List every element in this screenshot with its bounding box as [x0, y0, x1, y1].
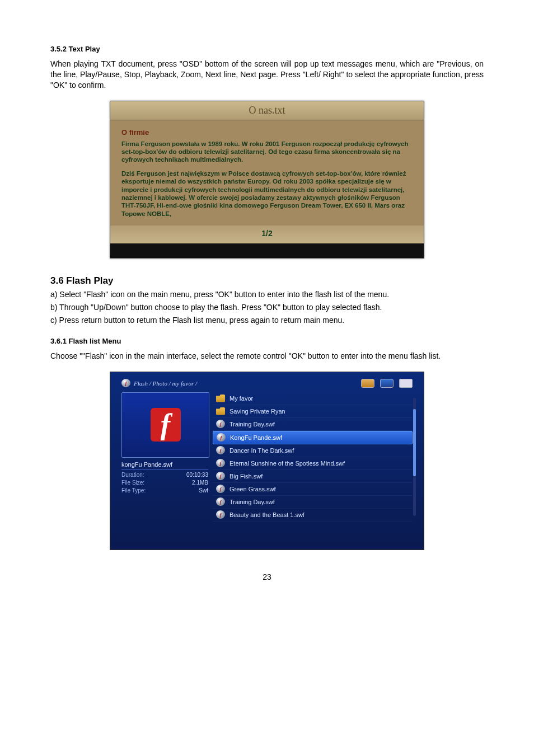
heading-361: 3.6.1 Flash list Menu	[50, 337, 484, 345]
battery-icon	[399, 379, 413, 388]
flash-file-icon: f	[216, 485, 225, 493]
scrollbar[interactable]	[413, 398, 416, 516]
list-item[interactable]: My favor	[213, 392, 413, 405]
para-36a: a) Select "Flash" icon on the main menu,…	[50, 289, 484, 300]
figure-text-viewer: O nas.txt O firmie Firma Ferguson powsta…	[50, 101, 484, 259]
figure-flash-list: f Flash / Photo / my favor / f kongFu Pa…	[50, 372, 484, 550]
txt-title: O nas.txt	[110, 101, 424, 120]
list-item-label: Big Fish.swf	[229, 473, 263, 480]
list-item-label: Eternal Sunshine of the Spotless Mind.sw…	[229, 460, 345, 467]
flash-file-icon: f	[216, 510, 225, 519]
filetype-label: File Type:	[121, 487, 146, 494]
flash-header: f Flash / Photo / my favor /	[110, 372, 424, 392]
filesize-label: File Size:	[121, 480, 144, 486]
list-item-label: Green Grass.swf	[229, 486, 276, 492]
list-item-label: Beauty and the Beast 1.swf	[229, 511, 305, 518]
txt-para2: Dziś Ferguson jest największym w Polsce …	[121, 170, 413, 218]
filetype-value: Swf	[199, 487, 208, 494]
para-361: Choose ""Flash" icon in the main interfa…	[50, 351, 484, 361]
txt-para1: Firma Ferguson powstała w 1989 roku. W r…	[121, 140, 413, 164]
para-352: When playing TXT document, press "OSD" b…	[50, 59, 484, 91]
usb-icon	[380, 379, 394, 388]
list-item-label: KongFu Pande.swf	[230, 434, 282, 441]
flash-file-icon: f	[216, 497, 225, 506]
list-item[interactable]: fKongFu Pande.swf	[213, 431, 413, 444]
list-item[interactable]: fDancer In The Dark.swf	[213, 444, 413, 457]
heading-36: 3.6 Flash Play	[50, 275, 484, 287]
list-item-label: Training Day.swf	[229, 499, 275, 505]
list-item[interactable]: Saving Private Ryan	[213, 405, 413, 418]
header-icons	[361, 379, 413, 388]
flash-breadcrumb[interactable]: f Flash / Photo / my favor /	[121, 379, 197, 387]
folder-icon	[216, 407, 225, 415]
duration-value: 00:10:33	[186, 472, 208, 478]
folder-icon	[216, 395, 225, 402]
page-number: 23	[50, 572, 484, 581]
list-item-label: Saving Private Ryan	[229, 408, 285, 415]
filesize-value: 2.1MB	[192, 480, 208, 486]
thumb-title: kongFu Pande.swf	[121, 461, 208, 470]
list-item-label: Training Day.swf	[229, 421, 275, 428]
meta-duration: Duration: 00:10:33	[121, 472, 208, 478]
flash-file-icon: f	[216, 446, 225, 454]
list-item[interactable]: fBig Fish.swf	[213, 470, 413, 483]
sd-card-icon	[361, 379, 374, 388]
flash-file-icon: f	[216, 472, 225, 480]
txt-heading: O firmie	[121, 128, 413, 137]
flash-file-list[interactable]: My favorSaving Private RyanfTraining Day…	[213, 392, 413, 522]
txt-footer-bar	[110, 243, 424, 258]
txt-viewer: O nas.txt O firmie Firma Ferguson powsta…	[110, 101, 424, 259]
flash-viewer: f Flash / Photo / my favor / f kongFu Pa…	[110, 372, 424, 550]
flash-thumb-glyph: f	[151, 408, 181, 442]
flash-file-icon: f	[216, 420, 225, 428]
list-item[interactable]: fTraining Day.swf	[213, 496, 413, 509]
list-item[interactable]: fTraining Day.swf	[213, 418, 413, 431]
flash-file-icon: f	[216, 459, 225, 467]
flash-file-icon: f	[217, 433, 226, 442]
duration-label: Duration:	[121, 472, 144, 478]
para-36b: b) Through "Up/Down" button choose to pl…	[50, 302, 484, 313]
list-item[interactable]: fBeauty and the Beast 1.swf	[213, 509, 413, 522]
list-item[interactable]: fEternal Sunshine of the Spotless Mind.s…	[213, 457, 413, 470]
flash-thumbnail: f	[121, 392, 209, 458]
breadcrumb-text: Flash / Photo / my favor /	[134, 380, 197, 387]
list-item[interactable]: fGreen Grass.swf	[213, 483, 413, 496]
flash-main: f kongFu Pande.swf Duration: 00:10:33 Fi…	[110, 392, 424, 522]
meta-filesize: File Size: 2.1MB	[121, 480, 208, 486]
list-item-label: Dancer In The Dark.swf	[229, 447, 294, 454]
flash-icon: f	[121, 379, 130, 387]
txt-body: O firmie Firma Ferguson powstała w 1989 …	[110, 120, 424, 226]
meta-filetype: File Type: Swf	[121, 487, 208, 494]
txt-page-indicator: 1/2	[110, 226, 424, 243]
para-36c: c) Press return button to return the Fla…	[50, 315, 484, 326]
heading-352: 3.5.2 Text Play	[50, 45, 484, 53]
flash-left-panel: f kongFu Pande.swf Duration: 00:10:33 Fi…	[121, 392, 208, 522]
list-item-label: My favor	[229, 395, 253, 402]
